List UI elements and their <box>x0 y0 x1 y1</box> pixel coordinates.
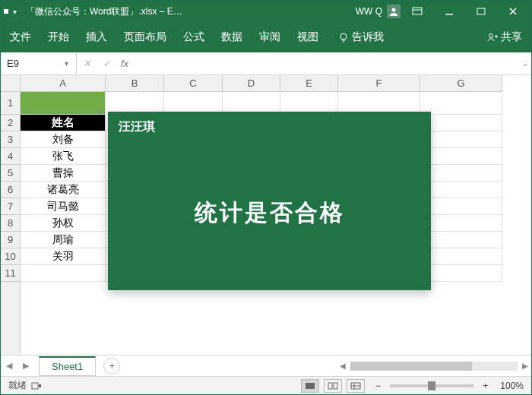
view-page-break-button[interactable] <box>347 379 365 393</box>
row-header[interactable]: 5 <box>1 165 20 182</box>
zoom-out-button[interactable]: − <box>375 381 381 391</box>
row-header[interactable]: 10 <box>1 248 20 265</box>
tab-file[interactable]: 文件 <box>10 30 31 44</box>
cell[interactable] <box>420 115 502 131</box>
tab-scroll-left-icon[interactable]: ◀ <box>1 361 17 371</box>
system-menu-icon[interactable] <box>4 9 8 14</box>
chevron-down-icon[interactable]: ▼ <box>63 60 70 68</box>
cell[interactable]: 孙权 <box>21 215 106 232</box>
zoom-in-button[interactable]: + <box>483 381 488 391</box>
sheet-tab-active[interactable]: Sheet1 <box>39 356 96 376</box>
column-header[interactable]: F <box>338 75 420 91</box>
svg-rect-4 <box>477 8 485 14</box>
cell[interactable] <box>420 232 502 248</box>
quick-access-dropdown-icon[interactable]: ▾ <box>13 8 17 16</box>
column-headers: ABCDEFG <box>21 75 502 92</box>
ribbon-display-options-icon[interactable] <box>402 1 432 22</box>
svg-point-0 <box>392 8 396 12</box>
cell[interactable] <box>420 131 502 148</box>
tab-view[interactable]: 视图 <box>297 30 318 44</box>
row-header[interactable]: 3 <box>1 131 20 148</box>
cell[interactable]: 张飞 <box>21 148 106 165</box>
cell[interactable]: 关羽 <box>21 248 106 265</box>
column-header[interactable]: G <box>420 75 502 91</box>
share-label: 共享 <box>501 30 522 44</box>
add-sheet-button[interactable]: + <box>103 358 120 374</box>
status-ready: 就绪 <box>8 379 27 392</box>
lightbulb-icon <box>338 32 349 43</box>
tellme-label: 告诉我 <box>352 30 384 44</box>
macro-record-icon[interactable] <box>31 382 46 390</box>
row-header[interactable]: 8 <box>1 215 20 232</box>
column-header[interactable]: E <box>280 75 338 91</box>
titlebar: ▾ 「微信公众号：Word联盟」.xlsx – E… WW Q <box>1 1 531 22</box>
maximize-button[interactable] <box>466 1 496 22</box>
cell[interactable] <box>420 92 502 115</box>
row-header[interactable]: 1 <box>1 92 20 115</box>
zoom-level[interactable]: 100% <box>500 381 524 391</box>
cancel-formula-icon[interactable]: ✕ <box>77 58 97 69</box>
hscroll-left-icon[interactable]: ◀ <box>337 362 349 370</box>
svg-rect-16 <box>328 383 332 389</box>
avatar[interactable] <box>387 5 401 18</box>
share-button[interactable]: 共享 <box>487 30 522 44</box>
svg-rect-15 <box>306 383 315 389</box>
tab-review[interactable]: 审阅 <box>259 30 280 44</box>
cell[interactable]: 刘备 <box>21 131 106 148</box>
user-name: WW Q <box>356 6 382 17</box>
tab-home[interactable]: 开始 <box>48 30 69 44</box>
column-header[interactable]: D <box>223 75 280 91</box>
zoom-slider[interactable] <box>390 384 473 387</box>
h-scrollbar[interactable] <box>350 362 518 371</box>
overlay-card: 汪汪琪 统计是否合格 <box>108 112 431 290</box>
cell[interactable] <box>21 92 106 115</box>
expand-formula-bar-icon[interactable]: ⌄ <box>519 59 531 68</box>
cell[interactable] <box>420 165 502 182</box>
cell[interactable] <box>420 148 502 165</box>
tab-data[interactable]: 数据 <box>221 30 242 44</box>
row-header[interactable]: 9 <box>1 232 20 248</box>
cell[interactable]: 曹操 <box>21 165 106 182</box>
select-all-button[interactable] <box>1 75 21 92</box>
minimize-button[interactable] <box>434 1 464 22</box>
cell[interactable] <box>420 248 502 265</box>
row-header[interactable]: 6 <box>1 182 20 198</box>
view-page-layout-button[interactable] <box>324 379 342 393</box>
overlay-title: 统计是否合格 <box>108 135 431 290</box>
share-icon <box>487 32 498 43</box>
column-header[interactable]: A <box>21 75 106 91</box>
svg-rect-17 <box>334 383 337 389</box>
row-header[interactable]: 7 <box>1 198 20 215</box>
enter-formula-icon[interactable]: ✓ <box>97 58 116 69</box>
row-header[interactable]: 2 <box>1 115 20 131</box>
cell[interactable]: 司马懿 <box>21 198 106 215</box>
close-button[interactable] <box>498 1 528 22</box>
cell[interactable] <box>21 265 106 282</box>
view-normal-button[interactable] <box>301 379 319 393</box>
svg-rect-13 <box>32 383 38 389</box>
cell[interactable]: 姓名 <box>21 115 106 131</box>
cell[interactable] <box>420 182 502 198</box>
cell[interactable] <box>420 265 502 282</box>
fx-label[interactable]: fx <box>121 58 128 69</box>
row-header[interactable]: 4 <box>1 148 20 165</box>
cell[interactable]: 周瑜 <box>21 232 106 248</box>
formula-bar: E9 ▼ ✕ ✓ fx ⌄ <box>1 52 531 75</box>
cell[interactable] <box>420 215 502 232</box>
cell[interactable] <box>420 198 502 215</box>
tab-insert[interactable]: 插入 <box>86 30 107 44</box>
tab-formulas[interactable]: 公式 <box>183 30 204 44</box>
column-header[interactable]: B <box>106 75 164 91</box>
cell[interactable]: 诸葛亮 <box>21 182 106 198</box>
ribbon: 文件 开始 插入 页面布局 公式 数据 审阅 视图 告诉我 共享 <box>1 22 531 52</box>
row-header[interactable]: 11 <box>1 265 20 282</box>
name-box[interactable]: E9 ▼ <box>1 52 77 74</box>
overlay-author: 汪汪琪 <box>108 112 431 135</box>
tab-scroll-right-icon[interactable]: ▶ <box>17 361 34 371</box>
hscroll-right-icon[interactable]: ▶ <box>519 362 531 370</box>
cell-reference: E9 <box>7 58 19 69</box>
tab-layout[interactable]: 页面布局 <box>124 30 166 44</box>
row-headers: 1234567891011 <box>1 92 21 355</box>
column-header[interactable]: C <box>164 75 223 91</box>
tellme[interactable]: 告诉我 <box>338 30 384 44</box>
